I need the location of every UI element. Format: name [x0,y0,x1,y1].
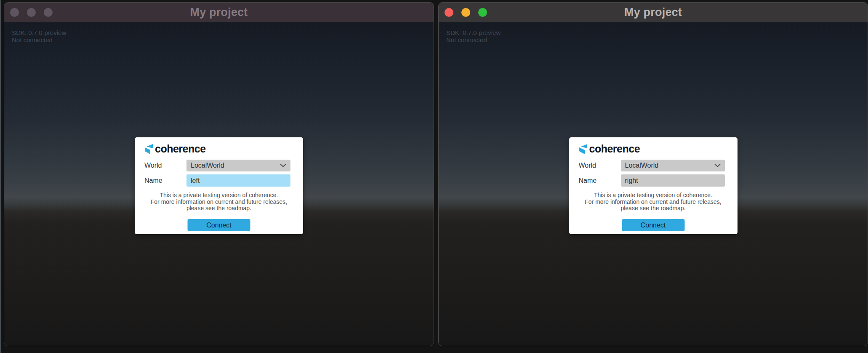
window-title: My project [4,6,434,19]
info-line: For more information on current and futu… [569,199,738,206]
window-right: My project SDK: 0.7.0-preview Not connec… [438,2,868,346]
name-row: Name [135,174,303,187]
connect-button[interactable]: Connect [622,219,684,231]
sdk-hud: SDK: 0.7.0-preview Not connected [446,29,501,43]
name-input[interactable] [186,174,290,187]
brand: coherence [144,143,206,155]
name-label: Name [579,177,597,185]
close-button[interactable] [445,8,453,17]
info-line: For more information on current and futu… [135,199,303,206]
sdk-version-text: SDK: 0.7.0-preview [12,29,66,36]
close-button[interactable] [10,8,19,17]
screen-edge-line [0,0,1,353]
connection-status-text: Not connected [12,36,66,43]
name-input[interactable] [621,174,725,187]
info-line: This is a private testing version of coh… [569,192,738,199]
sdk-hud: SDK: 0.7.0-preview Not connected [12,29,66,43]
game-view: SDK: 0.7.0-preview Not connected coheren… [4,22,434,346]
connection-status-text: Not connected [446,36,501,43]
traffic-lights [439,8,487,17]
world-select[interactable]: LocalWorld [621,160,725,171]
info-line: please see the roadmap. [135,205,303,212]
world-label: World [579,162,596,169]
info-text: This is a private testing version of coh… [569,192,738,212]
world-row: World LocalWorld [135,160,303,171]
brand-name: coherence [589,143,640,155]
chevron-down-icon [280,164,286,168]
connect-dialog: coherence World LocalWorld Name This is … [569,137,738,234]
coherence-logo-icon [578,144,588,154]
connect-button[interactable]: Connect [188,219,250,231]
info-text: This is a private testing version of coh… [135,192,303,212]
brand-name: coherence [155,143,206,155]
zoom-button[interactable] [478,8,487,17]
connect-dialog: coherence World LocalWorld Name This is … [135,137,303,234]
world-select-value: LocalWorld [191,162,224,169]
game-view: SDK: 0.7.0-preview Not connected coheren… [439,22,868,346]
traffic-lights [4,8,53,17]
coherence-logo-icon [144,144,153,154]
world-select-value: LocalWorld [625,162,659,169]
world-label: World [144,162,162,169]
titlebar[interactable]: My project [439,3,868,22]
sdk-version-text: SDK: 0.7.0-preview [446,29,501,36]
chevron-down-icon [714,164,721,168]
info-line: please see the roadmap. [569,205,738,212]
brand: coherence [578,143,640,155]
window-title: My project [439,6,868,19]
zoom-button[interactable] [44,8,53,17]
window-left: My project SDK: 0.7.0-preview Not connec… [4,2,434,346]
minimize-button[interactable] [461,8,470,17]
world-row: World LocalWorld [569,160,738,171]
titlebar[interactable]: My project [4,3,434,22]
name-label: Name [144,177,162,185]
minimize-button[interactable] [27,8,36,17]
name-row: Name [569,174,738,187]
world-select[interactable]: LocalWorld [186,160,290,171]
info-line: This is a private testing version of coh… [135,192,303,199]
